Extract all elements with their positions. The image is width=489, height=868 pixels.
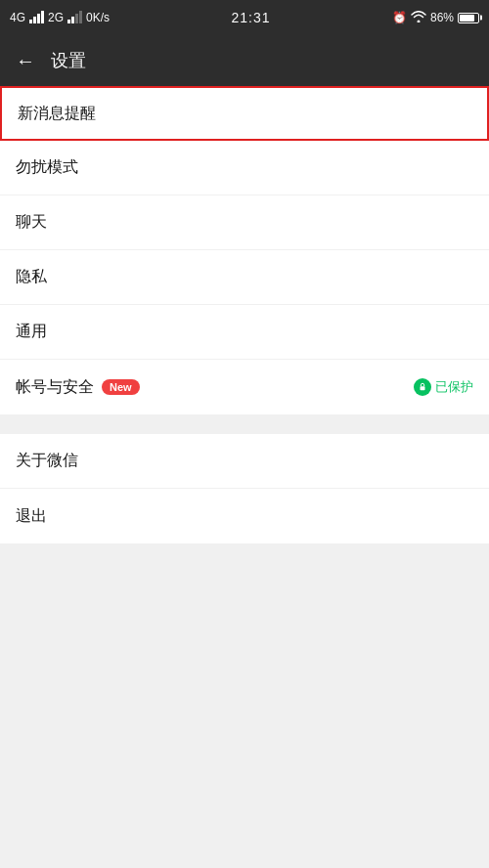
sidebar-item-new-message[interactable]: 新消息提醒	[0, 86, 489, 141]
battery-percent-label: 86%	[430, 11, 454, 24]
status-right: ⏰ 86%	[392, 11, 479, 25]
chat-label: 聊天	[16, 212, 47, 233]
alarm-icon: ⏰	[392, 11, 407, 24]
wifi-icon	[411, 11, 426, 25]
new-message-label: 新消息提醒	[18, 104, 96, 124]
new-badge: New	[102, 379, 140, 395]
group-separator	[0, 424, 489, 434]
sidebar-item-about-wechat[interactable]: 关于微信	[0, 434, 489, 489]
settings-container: 新消息提醒 勿扰模式 聊天 隐私 通用 帐号与安全 N	[0, 86, 489, 543]
status-bar: 4G 2G 0K/s 21:31 ⏰ 86%	[0, 0, 489, 35]
sidebar-item-privacy[interactable]: 隐私	[0, 250, 489, 305]
privacy-label: 隐私	[16, 267, 47, 287]
svg-rect-0	[421, 386, 425, 390]
settings-group-2: 关于微信 退出	[0, 434, 489, 543]
sidebar-item-chat[interactable]: 聊天	[0, 195, 489, 250]
status-left: 4G 2G 0K/s	[10, 11, 110, 24]
signal-bars-2	[67, 12, 82, 23]
signal-bars-1	[29, 12, 44, 23]
protected-text: 已保护	[435, 378, 473, 396]
sidebar-item-account-security[interactable]: 帐号与安全 New 已保护	[0, 360, 489, 414]
sidebar-item-general[interactable]: 通用	[0, 305, 489, 360]
protected-badge: 已保护	[414, 378, 473, 396]
speed-label: 0K/s	[86, 11, 110, 24]
page-title: 设置	[51, 49, 86, 72]
nav-bar: ← 设置	[0, 35, 489, 86]
battery-icon	[458, 13, 479, 23]
settings-group-1: 新消息提醒 勿扰模式 聊天 隐私 通用 帐号与安全 N	[0, 86, 489, 414]
logout-label: 退出	[16, 506, 47, 527]
status-time: 21:31	[231, 10, 270, 25]
back-button[interactable]: ←	[16, 50, 35, 72]
sidebar-item-logout[interactable]: 退出	[0, 489, 489, 543]
sidebar-item-do-not-disturb[interactable]: 勿扰模式	[0, 141, 489, 195]
do-not-disturb-label: 勿扰模式	[16, 157, 78, 178]
lock-circle	[414, 378, 431, 396]
account-security-label: 帐号与安全	[16, 377, 94, 398]
network1-label: 4G	[10, 11, 25, 24]
network2-label: 2G	[48, 11, 64, 24]
about-wechat-label: 关于微信	[16, 451, 78, 471]
general-label: 通用	[16, 322, 47, 342]
